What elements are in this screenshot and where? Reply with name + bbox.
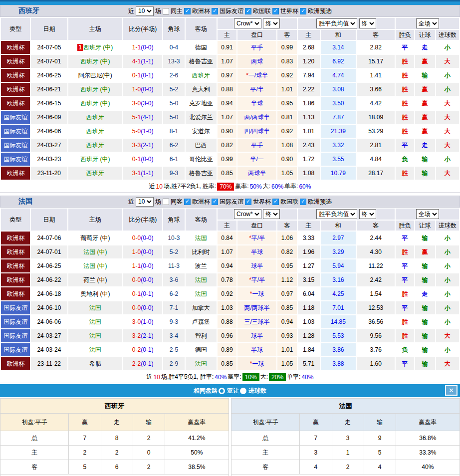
col-date: 日期	[31, 209, 67, 231]
handicap-result-cell: 输	[415, 259, 435, 272]
result-cell: 胜	[396, 69, 414, 82]
euro-draw-odds-cell: 3.32	[321, 139, 356, 152]
close-icon[interactable]: ✕	[445, 385, 458, 396]
same-venue-checkbox[interactable]	[163, 8, 169, 14]
euro-company-select[interactable]: 胜平负均值	[316, 18, 357, 28]
asia-company-select[interactable]: Crow*	[234, 209, 261, 219]
handicap-result-cell: 赢	[415, 97, 435, 110]
handicap-cell: *一球	[237, 287, 276, 300]
euro-away-odds-cell: 12.53	[357, 301, 395, 314]
goals-result-cell: 小	[436, 83, 459, 96]
euro-home-odds-cell: 1.27	[298, 259, 320, 272]
euro-home-odds-cell: 2.22	[298, 83, 320, 96]
handicap-cell: 球半	[237, 329, 276, 342]
handicap-stats-table: 法国初盘:平手赢走输赢盘率总73936.8%主31533.3%客42440%近6…	[231, 398, 460, 476]
league-checkbox-0[interactable]	[184, 8, 191, 14]
date-cell: 24-06-22	[31, 273, 67, 286]
date-cell: 24-06-18	[31, 287, 67, 300]
euro-company-select[interactable]: 胜平负均值	[316, 209, 357, 219]
type-cell: 国际友谊	[1, 139, 30, 152]
type-cell: 国际友谊	[1, 301, 30, 314]
panel-col-header: 赢盘率	[396, 414, 460, 431]
asia-company-select[interactable]: Crow*	[234, 18, 261, 28]
league-checkbox-1[interactable]	[212, 8, 218, 14]
asia-handicap-radio[interactable]	[219, 388, 225, 394]
euro-away-odds-cell: 2.81	[357, 139, 395, 152]
home-cell: 西班牙 (中)	[68, 153, 122, 166]
win-count: 3	[300, 446, 332, 460]
league-checkbox-3[interactable]	[272, 8, 279, 14]
corner-cell: 2-9	[163, 357, 184, 370]
asia-stage-select[interactable]: 终	[263, 18, 280, 28]
euro-away-odds-cell: 4.42	[357, 97, 395, 110]
panel-stat-row: 主22050%	[0, 446, 229, 460]
panel-stat-row: 客42440%	[231, 460, 460, 475]
handicap-cell: *平/半	[237, 232, 276, 244]
match-row: 欧洲杯23-11-20西班牙3-1(1-1)9-3格鲁吉亚0.85两球半1.05…	[1, 167, 459, 180]
scope-select[interactable]: 全场	[416, 209, 439, 219]
league-checkbox-1[interactable]	[212, 199, 218, 205]
asia-away-odds-cell: 0.90	[277, 153, 296, 166]
league-checkbox-2[interactable]	[245, 199, 251, 205]
asia-stage-select[interactable]: 终	[263, 209, 280, 219]
lose-count: 2	[133, 431, 165, 446]
euro-stage-select[interactable]: 终	[359, 209, 376, 219]
league-checkbox-4[interactable]	[300, 199, 306, 205]
handicap-cell: 四/四球半	[237, 125, 276, 138]
corner-cell: 2-6	[163, 69, 184, 82]
league-checkbox-4[interactable]	[300, 8, 306, 14]
score-cell: 0-1(0-1)	[123, 287, 162, 300]
away-cell: 意大利	[186, 83, 217, 96]
type-cell: 欧洲杯	[1, 287, 30, 300]
col-euro-home: 主	[298, 30, 320, 40]
euro-draw-odds-cell: 2.97	[321, 232, 356, 244]
corner-cell: 6-2	[163, 287, 184, 300]
league-checkbox-3[interactable]	[272, 199, 279, 205]
summary-text: 50%	[250, 183, 262, 190]
league-checkbox-0[interactable]	[184, 199, 191, 205]
asia-home-odds-cell: 0.89	[218, 343, 236, 356]
scope-select[interactable]: 全场	[416, 18, 439, 28]
win-rate: 33.3%	[396, 446, 460, 460]
corner-cell: 3-4	[163, 329, 184, 342]
league-label-3: 欧国联	[280, 198, 298, 206]
date-cell: 24-06-09	[31, 111, 67, 124]
type-cell: 国际友谊	[1, 111, 30, 124]
col-corner: 角球	[163, 209, 184, 231]
date-cell: 24-07-06	[31, 232, 67, 244]
euro-home-odds-cell: 3.15	[298, 273, 320, 286]
near-count-select[interactable]: 10	[136, 197, 154, 207]
away-cell: 法国	[186, 273, 217, 286]
trend-row: 近6场盘路走势: 输走赢赢赢输	[231, 475, 460, 476]
venue-cell: 主	[0, 446, 69, 460]
away-cell: 法国	[186, 232, 217, 244]
near-count-select[interactable]: 10	[136, 6, 154, 16]
venue-cell: 客	[0, 460, 69, 475]
league-checkbox-2[interactable]	[245, 8, 251, 14]
match-row: 欧洲杯24-07-01法国 (中)1-0(0-0)5-2比利时1.07半球0.8…	[1, 245, 459, 258]
panel-col-header: 输	[364, 414, 396, 431]
france-filter-controls: 近10场同客欧洲杯国际友谊世界杯欧国联欧洲预选	[128, 197, 332, 207]
euro-draw-odds-cell: 3.29	[321, 245, 356, 258]
summary-text: 大:	[260, 373, 268, 381]
home-cell: 希腊	[68, 357, 122, 370]
asia-home-odds-cell: 0.97	[218, 69, 236, 82]
score-cell: 1-1(0-0)	[123, 41, 162, 54]
goals-radio[interactable]	[240, 388, 246, 394]
col-corner: 角球	[163, 18, 184, 40]
score-cell: 1-1(0-0)	[123, 259, 162, 272]
euro-home-odds-cell: 2.43	[298, 139, 320, 152]
same-venue-checkbox[interactable]	[163, 199, 169, 205]
away-cell: 加拿大	[186, 301, 217, 314]
home-cell: 西班牙	[68, 111, 122, 124]
asia-home-odds-cell: 0.84	[218, 232, 236, 244]
handicap-result-cell: 输	[415, 232, 435, 244]
panel-col-header: 赢	[69, 414, 101, 431]
handicap-result-cell: 赢	[415, 125, 435, 138]
handicap-result-cell: 输	[415, 329, 435, 342]
handicap-result-cell: 赢	[415, 55, 435, 68]
euro-stage-select[interactable]: 终	[359, 18, 376, 28]
col-goal: 进球数	[436, 221, 459, 231]
result-cell: 平	[396, 273, 414, 286]
home-cell: 葡萄牙 (中)	[68, 232, 122, 244]
